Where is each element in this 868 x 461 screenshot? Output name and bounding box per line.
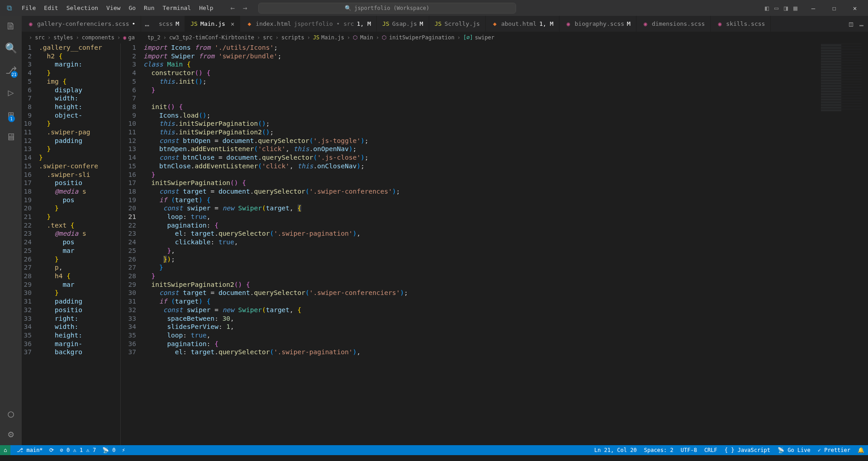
tab-main-js[interactable]: JSMain.js× bbox=[185, 16, 240, 32]
tab-index-html[interactable]: ◆index.html jsportfolio • src 1, M bbox=[240, 16, 377, 32]
close-window-icon[interactable]: ✕ bbox=[844, 5, 865, 12]
problems-indicator[interactable]: ⊘ 0 ⚠ 1 ⚠ 7 bbox=[60, 447, 96, 453]
more-actions-icon[interactable]: … bbox=[859, 20, 863, 28]
workbench: 🗎 🔍 ⎇ ▷ ⊞ 🖥 ◯ ⚙ ◉gallery-conferenciers.s… bbox=[0, 16, 868, 445]
encoding[interactable]: UTF-8 bbox=[681, 447, 697, 453]
command-center[interactable]: 🔍 jsportfolio (Workspace) bbox=[258, 3, 516, 14]
status-bar: ⌂ ⎇ main* ⟳ ⊘ 0 ⚠ 1 ⚠ 7 📡 0 ⚡ Ln 21, Col… bbox=[0, 445, 868, 455]
title-bar: ⧉ File Edit Selection View Go Run Termin… bbox=[0, 0, 868, 16]
editor-area: 1 2 3 4 5 6 7 8 9 10 11 12 13 14 15 16 1… bbox=[22, 43, 868, 445]
search-text: jsportfolio (Workspace) bbox=[354, 5, 429, 11]
nav-arrows: ← → bbox=[230, 4, 247, 12]
menu-terminal[interactable]: Terminal bbox=[159, 3, 195, 13]
window-controls: — ☐ ✕ bbox=[803, 5, 865, 12]
minimize-icon[interactable]: — bbox=[803, 5, 824, 12]
nav-forward-icon[interactable]: → bbox=[243, 4, 247, 12]
toggle-panel-bottom-icon[interactable]: ▭ bbox=[774, 4, 778, 12]
tab-gsap-js[interactable]: JSGsap.js M bbox=[377, 16, 429, 32]
left-gutter: 1 2 3 4 5 6 7 8 9 10 11 12 13 14 15 16 1… bbox=[22, 43, 39, 445]
layout-controls: ◧ ▭ ◨ ▦ bbox=[765, 4, 797, 12]
extensions-icon[interactable]: ⊞ bbox=[8, 109, 14, 120]
editor-group: ◉gallery-conferenciers.scss• … scss M JS… bbox=[22, 16, 868, 445]
menu-go[interactable]: Go bbox=[125, 3, 139, 13]
tab-dimensions-scss[interactable]: ◉dimensions.scss bbox=[636, 16, 711, 32]
toggle-panel-right-icon[interactable]: ◨ bbox=[784, 4, 788, 12]
menu-edit[interactable]: Edit bbox=[40, 3, 62, 13]
left-code-lines[interactable]: .gallery__confer h2 { margin: } img { di… bbox=[39, 43, 102, 445]
nav-back-icon[interactable]: ← bbox=[230, 4, 235, 12]
right-editor-pane[interactable]: 1 2 3 4 5 6 7 8 9 10 11 12 13 14 15 16 1… bbox=[121, 43, 868, 445]
search-icon: 🔍 bbox=[345, 5, 351, 11]
split-editor-icon[interactable]: ◫ bbox=[849, 20, 853, 28]
settings-gear-icon[interactable]: ⚙ bbox=[8, 428, 14, 440]
indentation[interactable]: Spaces: 2 bbox=[644, 447, 674, 453]
right-gutter: 1 2 3 4 5 6 7 8 9 10 11 12 13 14 15 16 1… bbox=[121, 43, 143, 445]
explorer-icon[interactable]: 🗎 bbox=[6, 20, 16, 32]
toggle-panel-left-icon[interactable]: ◧ bbox=[765, 4, 769, 12]
sync-icon[interactable]: ⟳ bbox=[49, 447, 54, 453]
menu-run[interactable]: Run bbox=[140, 3, 158, 13]
maximize-icon[interactable]: ☐ bbox=[824, 5, 844, 12]
close-tab-icon[interactable]: × bbox=[231, 20, 234, 28]
cursor-position[interactable]: Ln 21, Col 20 bbox=[594, 447, 637, 453]
tab-gallery-conferenciers[interactable]: ◉gallery-conferenciers.scss• bbox=[22, 16, 141, 32]
eol[interactable]: CRLF bbox=[704, 447, 717, 453]
menu-file[interactable]: File bbox=[18, 3, 39, 13]
menu-help[interactable]: Help bbox=[195, 3, 217, 13]
search-activity-icon[interactable]: 🔍 bbox=[5, 43, 17, 54]
go-live[interactable]: 📡 Go Live bbox=[778, 447, 811, 453]
menu-bar: File Edit Selection View Go Run Terminal… bbox=[18, 3, 217, 13]
customize-layout-icon[interactable]: ▦ bbox=[793, 4, 797, 12]
branch-indicator[interactable]: ⎇ main* bbox=[17, 447, 43, 453]
minimap[interactable] bbox=[821, 43, 862, 111]
notifications-icon[interactable]: 🔔 bbox=[858, 447, 864, 453]
activity-bar: 🗎 🔍 ⎇ ▷ ⊞ 🖥 ◯ ⚙ bbox=[0, 16, 22, 445]
tab-skills-scss[interactable]: ◉skills.scss bbox=[711, 16, 771, 32]
live-server-icon[interactable]: ⚡ bbox=[122, 447, 125, 453]
left-editor-pane[interactable]: 1 2 3 4 5 6 7 8 9 10 11 12 13 14 15 16 1… bbox=[22, 43, 120, 445]
language-mode[interactable]: { } JavaScript bbox=[725, 447, 770, 453]
breadcrumb[interactable]: ›src›styles›components›◉ ga tp_2› cw3_tp… bbox=[22, 32, 868, 43]
run-debug-icon[interactable]: ▷ bbox=[8, 87, 14, 98]
tab-scss[interactable]: scss M bbox=[153, 16, 185, 32]
accounts-icon[interactable]: ◯ bbox=[8, 408, 14, 419]
source-control-icon[interactable]: ⎇ bbox=[5, 65, 17, 76]
menu-view[interactable]: View bbox=[103, 3, 124, 13]
menu-selection[interactable]: Selection bbox=[63, 3, 102, 13]
editor-tabs: ◉gallery-conferenciers.scss• … scss M JS… bbox=[22, 16, 868, 32]
tab-about-html[interactable]: ◆about.html 1, M bbox=[486, 16, 560, 32]
tab-biography-scss[interactable]: ◉biography.scss M bbox=[560, 16, 636, 32]
ports-indicator[interactable]: 📡 0 bbox=[102, 447, 115, 453]
tab-overflow[interactable]: … bbox=[141, 16, 153, 32]
remote-explorer-icon[interactable]: 🖥 bbox=[6, 131, 16, 143]
vscode-logo-icon: ⧉ bbox=[3, 4, 15, 12]
prettier-status[interactable]: ✓ Prettier bbox=[818, 447, 850, 453]
tab-scrolly-js[interactable]: JSScrolly.js bbox=[429, 16, 486, 32]
right-code-lines[interactable]: import Icons from './utils/Icons'; impor… bbox=[143, 43, 408, 445]
remote-indicator[interactable]: ⌂ bbox=[0, 445, 10, 455]
